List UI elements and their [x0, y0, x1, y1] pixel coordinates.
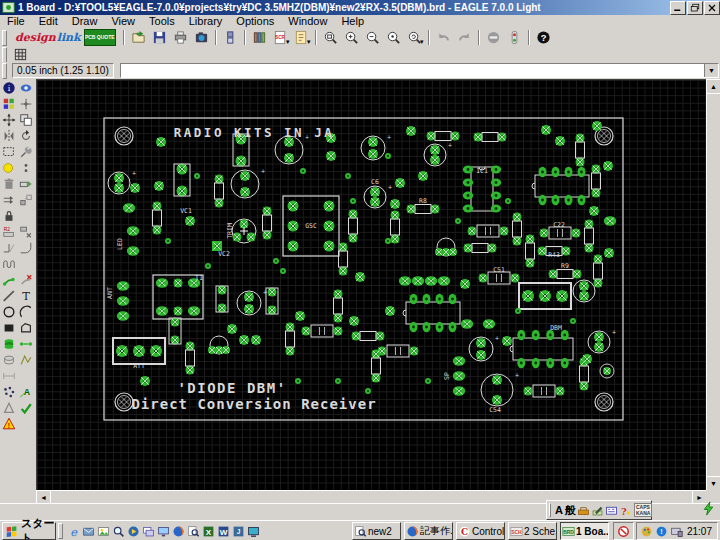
quick-launch-media-player[interactable]	[126, 524, 141, 539]
quick-launch-show-desktop[interactable]	[141, 524, 156, 539]
export-image-button[interactable]	[191, 29, 212, 46]
quick-launch-ime[interactable]: J	[231, 524, 246, 539]
tool-auto-button[interactable]	[0, 384, 17, 400]
undo-button[interactable]	[433, 29, 454, 46]
traffic-light-button[interactable]	[504, 29, 525, 46]
quick-launch-ie[interactable]: e	[66, 524, 81, 539]
tool-arc-button[interactable]	[17, 304, 34, 320]
redo-button[interactable]	[454, 29, 475, 46]
zoom-redraw-button[interactable]: ▼	[404, 29, 425, 46]
tool-erc-button[interactable]	[0, 400, 17, 416]
tool-cut-button[interactable]	[17, 160, 34, 176]
tool-errors-button[interactable]: !	[0, 416, 17, 432]
help-button[interactable]: ?	[533, 29, 554, 46]
quick-launch-excel[interactable]: X	[201, 524, 216, 539]
quick-launch-display[interactable]	[246, 524, 261, 539]
tool-circle-button[interactable]	[0, 304, 17, 320]
dropdown-arrow-icon[interactable]: ▼	[306, 39, 312, 45]
vertical-scrollbar[interactable]: ▲ ▼	[706, 79, 720, 490]
command-dropdown-button[interactable]: ▼	[704, 64, 718, 77]
tool-ratsnest-button[interactable]	[17, 352, 34, 368]
quick-launch-outlook[interactable]	[81, 524, 96, 539]
tool-meander-button[interactable]	[0, 256, 17, 272]
tray-message[interactable]: !	[654, 524, 669, 539]
menu-draw[interactable]: Draw	[65, 15, 105, 28]
restore-button[interactable]	[687, 1, 703, 15]
tool-delete-button[interactable]	[0, 176, 17, 192]
tool-mirror-button[interactable]	[0, 128, 17, 144]
tool-route-button[interactable]	[0, 272, 17, 288]
toolbar-grip[interactable]	[2, 47, 7, 63]
tool-rotate-button[interactable]	[17, 128, 34, 144]
ime-pad-button[interactable]	[605, 503, 619, 517]
task-button-1[interactable]: new2	[352, 522, 401, 540]
save-button[interactable]	[149, 29, 170, 46]
tool-drc-button[interactable]	[17, 400, 34, 416]
menu-edit[interactable]: Edit	[32, 15, 65, 28]
open-button[interactable]	[128, 29, 149, 46]
zoom-fit-button[interactable]	[320, 29, 341, 46]
minimize-button[interactable]	[670, 1, 686, 15]
tool-lock-button[interactable]	[0, 208, 17, 224]
quick-launch-firefox[interactable]	[171, 524, 186, 539]
tool-split-button[interactable]	[0, 240, 17, 256]
dropdown-arrow-icon[interactable]: ▼	[419, 39, 425, 45]
ime-input-mode[interactable]: A	[555, 504, 563, 516]
ime-grip[interactable]	[549, 503, 551, 517]
stop-button[interactable]	[483, 29, 504, 46]
quick-launch-grip[interactable]	[58, 523, 63, 539]
script-button[interactable]: SCR▼	[270, 29, 291, 46]
tool-wire-button[interactable]	[0, 288, 17, 304]
scroll-up-button[interactable]: ▲	[706, 79, 720, 94]
tool-pinswap-button[interactable]	[0, 192, 17, 208]
tool-add-button[interactable]	[17, 176, 34, 192]
vertical-scroll-thumb[interactable]	[706, 93, 720, 477]
ime-caps-kana-indicator[interactable]: CAPS KANA	[634, 503, 652, 517]
run-ulp-button[interactable]: ▼	[291, 29, 312, 46]
quick-launch-word[interactable]: W	[216, 524, 231, 539]
ime-pen-button[interactable]	[591, 503, 605, 517]
toolbar-grip[interactable]	[2, 30, 7, 46]
quick-launch-magnifier[interactable]	[111, 524, 126, 539]
task-button-2[interactable]: 記事作..	[404, 522, 453, 540]
tray-blocked[interactable]	[616, 524, 631, 539]
command-input[interactable]	[121, 64, 704, 77]
menu-help[interactable]: Help	[334, 15, 371, 28]
tool-name-button[interactable]: R2	[0, 224, 17, 240]
tray-monitor[interactable]	[669, 524, 684, 539]
tool-replace-button[interactable]	[17, 192, 34, 208]
close-button[interactable]	[704, 1, 720, 15]
menu-view[interactable]: View	[104, 15, 142, 28]
menu-options[interactable]: Options	[229, 15, 281, 28]
tool-info-button[interactable]: i	[0, 80, 17, 96]
zoom-in-button[interactable]	[341, 29, 362, 46]
tool-move-button[interactable]	[0, 112, 17, 128]
menu-tools[interactable]: Tools	[142, 15, 182, 28]
task-button-5[interactable]: BRD1 Boa...	[560, 522, 609, 540]
tool-ripup-button[interactable]	[17, 272, 34, 288]
grid-button[interactable]	[10, 46, 31, 63]
use-button[interactable]	[220, 29, 241, 46]
ime-help-button[interactable]: ?	[619, 503, 633, 517]
tool-polygon-button[interactable]	[17, 320, 34, 336]
tool-autoA-button[interactable]: A	[17, 384, 34, 400]
tool-holeic-button[interactable]	[0, 352, 17, 368]
start-button[interactable]: スタート	[2, 522, 56, 540]
tool-dim-button[interactable]	[0, 368, 17, 384]
tool-paste-button[interactable]	[0, 160, 17, 176]
zoom-select-button[interactable]	[383, 29, 404, 46]
quick-launch-my-computer[interactable]	[156, 524, 171, 539]
quick-launch-search[interactable]	[186, 524, 201, 539]
zoom-out-button[interactable]	[362, 29, 383, 46]
menu-file[interactable]: File	[0, 15, 32, 28]
menu-window[interactable]: Window	[281, 15, 334, 28]
tool-display-button[interactable]	[0, 96, 17, 112]
tool-smash-button[interactable]	[17, 224, 34, 240]
tool-signal-button[interactable]	[17, 336, 34, 352]
tool-change-button[interactable]	[17, 144, 34, 160]
toolbar-grip[interactable]	[2, 63, 7, 79]
library-button[interactable]	[249, 29, 270, 46]
menu-library[interactable]: Library	[182, 15, 230, 28]
tool-group-button[interactable]	[0, 144, 17, 160]
tool-text-button[interactable]: T	[17, 288, 34, 304]
